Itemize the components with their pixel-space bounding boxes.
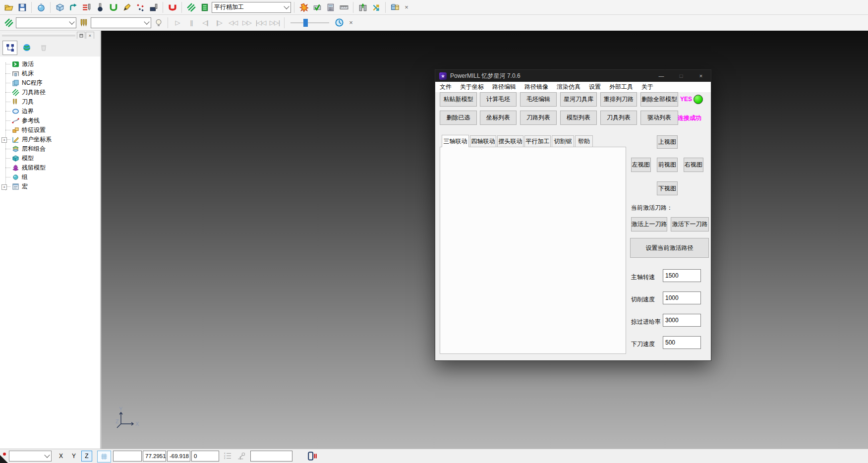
tab-trash[interactable] — [36, 41, 51, 55]
tool-library-button[interactable]: 星河刀具库 — [560, 92, 597, 107]
fixture-icon[interactable] — [356, 1, 369, 13]
pencil-axis-icon[interactable] — [120, 1, 133, 13]
tab-globe[interactable] — [19, 41, 34, 55]
rearrange-paths-button[interactable]: 重排列刀路 — [600, 92, 637, 107]
tree-item-levels[interactable]: 层和组合 — [0, 144, 100, 154]
tab-help[interactable]: 帮助 — [575, 135, 593, 147]
tree-item-boundaries[interactable]: 边界 — [0, 107, 100, 116]
tab-saw[interactable]: 切割锯 — [552, 135, 574, 147]
tab-four-axis[interactable]: 四轴联动 — [470, 135, 496, 147]
tree-item-machine[interactable]: 机床 — [0, 69, 100, 78]
sim-fast-forward-button[interactable]: ▷▷ — [240, 19, 253, 26]
menu-about-coords[interactable]: 关于坐标 — [460, 83, 484, 91]
sim-rewind-button[interactable]: ◁◁ — [227, 19, 239, 26]
toolpath-list-icon[interactable] — [198, 1, 211, 13]
pause-indicator-icon[interactable] — [307, 451, 317, 461]
expand-icon[interactable]: + — [1, 184, 7, 190]
collision-icon[interactable] — [297, 1, 310, 13]
lightbulb-icon[interactable] — [152, 16, 165, 29]
sim-speed-slider[interactable] — [290, 18, 329, 28]
tree-item-macros[interactable]: + 宏 — [0, 182, 100, 191]
menu-path-mirror[interactable]: 路径镜像 — [524, 83, 548, 91]
view-left-button[interactable]: 左视图 — [631, 158, 651, 172]
tree-item-workplanes[interactable]: + 用户坐标系 — [0, 135, 100, 144]
rapid-feed-field[interactable]: 3000 — [663, 314, 701, 327]
menu-path-edit[interactable]: 路径编辑 — [492, 83, 516, 91]
cutting-feed-field[interactable]: 1000 — [663, 291, 701, 304]
cursor-z-field[interactable]: 0 — [191, 451, 219, 462]
stock-edit-button[interactable]: 毛坯编辑 — [520, 92, 557, 107]
axis-x-button[interactable]: X — [56, 451, 66, 462]
drill-points-icon[interactable] — [134, 1, 146, 13]
axis-z-button[interactable]: Z — [81, 451, 92, 462]
tree-item-groups[interactable]: 组 — [0, 173, 100, 182]
view-bottom-button[interactable]: 下视图 — [657, 181, 678, 195]
axis-y-button[interactable]: Y — [68, 451, 79, 462]
sim-toolpath-combobox[interactable] — [16, 17, 76, 28]
sim-step-forward-button[interactable]: |▷ — [213, 19, 226, 26]
save-icon[interactable] — [16, 1, 28, 13]
expand-icon[interactable]: + — [1, 137, 7, 143]
shading-icon[interactable] — [35, 1, 47, 13]
zlevel-icon[interactable] — [80, 1, 93, 13]
verify-check-icon[interactable] — [311, 1, 323, 13]
maximize-button[interactable]: □ — [671, 70, 691, 82]
block-icon[interactable] — [54, 1, 66, 13]
panel-grip[interactable]: × — [0, 31, 100, 39]
activate-prev-path-button[interactable]: 激活上一刀路 — [631, 217, 667, 232]
view-top-button[interactable]: 上视图 — [657, 135, 678, 149]
sim-go-start-button[interactable]: |◁◁ — [254, 19, 267, 26]
tree-item-nc-programs[interactable]: NC程序 — [0, 78, 100, 88]
tab-parallel[interactable]: 平行加工 — [524, 135, 551, 147]
grid-toggle-button[interactable] — [97, 451, 111, 463]
set-active-path-button[interactable]: 设置当前激活路径 — [630, 238, 709, 258]
cursor-x-field[interactable]: 77.2951 — [143, 451, 166, 462]
status-field-1[interactable] — [113, 451, 142, 462]
tab-explorer-tree[interactable] — [2, 41, 17, 55]
slider-handle[interactable] — [303, 19, 308, 27]
panel-float-button[interactable] — [77, 32, 85, 39]
level-combobox[interactable] — [9, 451, 52, 462]
sim-tool-combobox[interactable] — [91, 17, 151, 28]
menu-external-tools[interactable]: 外部工具 — [609, 83, 633, 91]
corner-grip[interactable] — [0, 455, 8, 463]
tree-item-patterns[interactable]: 参考线 — [0, 116, 100, 125]
ballmill-icon[interactable] — [94, 1, 106, 13]
status-field-2[interactable] — [250, 451, 292, 462]
view-front-button[interactable]: 前视图 — [657, 158, 678, 172]
tree-item-models[interactable]: 模型 — [0, 154, 100, 163]
plunge-feed-field[interactable]: 500 — [663, 336, 701, 349]
blockmill-icon[interactable] — [147, 1, 160, 13]
path-list-button[interactable]: 刀路列表 — [520, 111, 557, 125]
tree-item-activate[interactable]: 激活 — [0, 59, 100, 69]
tree-item-stock-models[interactable]: 残留模型 — [0, 163, 100, 173]
menu-file[interactable]: 文件 — [440, 83, 452, 91]
sim-pause-button[interactable]: || — [185, 19, 198, 26]
calculator-icon[interactable] — [324, 1, 337, 13]
panel-close-button[interactable]: × — [86, 32, 94, 39]
menu-about[interactable]: 关于 — [641, 83, 653, 91]
view-right-button[interactable]: 右视图 — [684, 158, 703, 172]
umill-icon[interactable] — [107, 1, 119, 13]
cylinders-icon[interactable] — [389, 1, 401, 13]
toolpath-preset-combobox[interactable]: 平行精加工 — [212, 2, 291, 13]
activate-next-path-button[interactable]: 激活下一刀路 — [671, 217, 709, 232]
toolpath-spring-icon[interactable] — [185, 1, 197, 13]
spindle-speed-field[interactable]: 1500 — [663, 269, 701, 282]
toolbar-close-button[interactable]: × — [402, 3, 411, 12]
ruler-icon[interactable] — [338, 1, 350, 13]
model-list-button[interactable]: 模型列表 — [560, 111, 597, 125]
tab-head-tilt[interactable]: 摆头联动 — [497, 135, 523, 147]
toolbar-close-button[interactable]: × — [347, 18, 355, 27]
sim-go-end-button[interactable]: ▷▷| — [268, 19, 281, 26]
toolpath-return-icon[interactable] — [67, 1, 79, 13]
menu-settings[interactable]: 设置 — [589, 83, 601, 91]
menu-render-sim[interactable]: 渲染仿真 — [557, 83, 580, 91]
minimize-button[interactable]: — — [651, 70, 671, 82]
swap-axes-icon[interactable] — [370, 1, 382, 13]
sim-step-back-button[interactable]: ◁| — [199, 19, 212, 26]
delete-selected-button[interactable]: 删除已选 — [440, 111, 477, 125]
delete-all-models-button[interactable]: 删除全部模型 — [640, 92, 678, 107]
open-icon[interactable] — [2, 1, 15, 13]
tree-item-feature-sets[interactable]: 特征设置 — [0, 125, 100, 135]
